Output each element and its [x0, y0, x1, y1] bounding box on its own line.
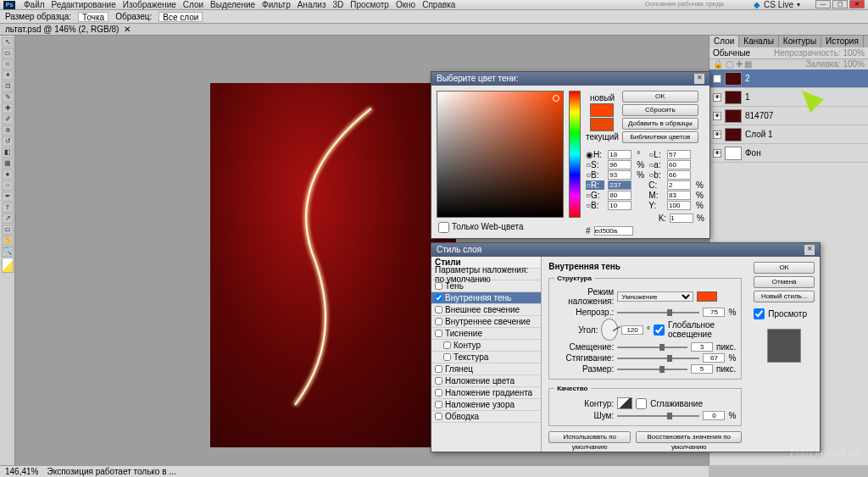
antialias-checkbox[interactable]: [636, 398, 647, 409]
size-slider[interactable]: [617, 369, 687, 370]
maximize-button[interactable]: ▢: [832, 0, 848, 8]
brush-tool[interactable]: ✐: [2, 114, 14, 125]
menu-image[interactable]: Изображение: [123, 0, 176, 9]
bv-radio[interactable]: ○B:: [586, 201, 604, 210]
distance-input[interactable]: [691, 342, 713, 352]
layer-row[interactable]: 👁 Слой 1: [709, 125, 868, 144]
layer-name[interactable]: 814707: [745, 111, 773, 120]
sample-size-field[interactable]: Точка: [78, 12, 108, 22]
make-default-button[interactable]: Использовать по умолчанию: [548, 431, 631, 443]
eraser-tool[interactable]: ◧: [2, 147, 14, 158]
visibility-icon[interactable]: 👁: [713, 149, 721, 158]
new-style-button[interactable]: Новый стиль...: [754, 291, 815, 302]
sample-field[interactable]: Все слои: [159, 12, 203, 22]
menu-file[interactable]: Файл: [24, 0, 45, 9]
document-tab[interactable]: льтат.psd @ 146% (2, RGB/8) ✕: [0, 24, 868, 36]
menu-analysis[interactable]: Анализ: [298, 0, 326, 9]
eyedropper-tool[interactable]: ✎: [2, 92, 14, 103]
menu-window[interactable]: Окно: [396, 0, 415, 9]
lasso-tool[interactable]: ⊂: [2, 59, 14, 69]
tab-paths[interactable]: Контуры: [779, 36, 821, 47]
type-tool[interactable]: T: [2, 202, 14, 213]
layer-row[interactable]: 👁 814707: [709, 107, 868, 125]
menu-edit[interactable]: Редактирование: [52, 0, 116, 9]
contour-picker[interactable]: [617, 397, 632, 409]
blend-options-row[interactable]: Параметры наложения: по умолчанию: [431, 269, 541, 280]
shape-tool[interactable]: ▭: [2, 225, 14, 235]
l-input[interactable]: [667, 150, 691, 159]
h-input[interactable]: [608, 150, 632, 159]
dodge-tool[interactable]: ○: [2, 180, 14, 191]
b-input[interactable]: [608, 170, 632, 180]
effect-innerglow[interactable]: Внутреннее свечение: [431, 316, 541, 328]
marquee-tool[interactable]: ▭: [2, 48, 14, 58]
angle-input[interactable]: [621, 325, 643, 335]
pen-tool[interactable]: ✒: [2, 191, 14, 202]
opacity-slider[interactable]: [617, 312, 699, 313]
close-tab-icon[interactable]: ✕: [124, 25, 131, 34]
opacity-input[interactable]: [703, 308, 725, 317]
s-radio[interactable]: ○S:: [586, 160, 604, 169]
visibility-icon[interactable]: 👁: [713, 93, 721, 102]
preview-checkbox[interactable]: [754, 308, 765, 319]
color-field[interactable]: [437, 91, 564, 218]
visibility-icon[interactable]: 👁: [713, 130, 721, 139]
effect-stroke[interactable]: Обводка: [431, 411, 541, 423]
global-light-checkbox[interactable]: [654, 324, 665, 336]
dialog-titlebar[interactable]: Выберите цвет тени: ✕: [431, 72, 709, 86]
menu-3d[interactable]: 3D: [332, 0, 343, 9]
reset-default-button[interactable]: Восстановить значения по умолчанию: [636, 431, 742, 443]
m-input[interactable]: [667, 191, 691, 200]
crop-tool[interactable]: ⊡: [2, 81, 14, 92]
menu-help[interactable]: Справка: [422, 0, 455, 9]
visibility-icon[interactable]: 👁: [713, 112, 721, 120]
layer-name[interactable]: Фон: [745, 148, 761, 158]
hue-slider[interactable]: [569, 91, 581, 218]
r-radio[interactable]: ○R:: [586, 180, 604, 190]
g-input[interactable]: [608, 191, 632, 200]
dialog-close-icon[interactable]: ✕: [694, 74, 704, 84]
choke-input[interactable]: [703, 353, 725, 363]
blend-mode-select[interactable]: Обычные: [713, 48, 750, 58]
layer-name[interactable]: 1: [745, 92, 750, 102]
g-radio[interactable]: ○G:: [586, 191, 604, 200]
bb-radio[interactable]: ○b:: [648, 170, 664, 180]
b-radio[interactable]: ○B:: [586, 170, 604, 180]
stamp-tool[interactable]: ⊕: [2, 125, 14, 136]
size-input[interactable]: [691, 364, 713, 374]
effect-patternoverlay[interactable]: Наложение узора: [431, 399, 541, 411]
y-input[interactable]: [667, 201, 691, 210]
c-input[interactable]: [667, 180, 691, 190]
workspace-switcher[interactable]: Основная рабочая среда: [644, 0, 724, 8]
add-swatch-button[interactable]: Добавить в образцы: [622, 118, 698, 130]
a-input[interactable]: [667, 160, 691, 169]
ok-button[interactable]: OK: [622, 91, 698, 103]
dialog-close-icon[interactable]: ✕: [804, 245, 815, 255]
minimize-button[interactable]: —: [815, 0, 831, 8]
effect-outerglow[interactable]: Внешнее свечение: [431, 304, 541, 316]
s-input[interactable]: [608, 160, 632, 169]
cancel-button[interactable]: Отмена: [754, 276, 815, 288]
close-button[interactable]: ✕: [849, 0, 865, 8]
k-input[interactable]: [670, 214, 693, 223]
noise-input[interactable]: [703, 411, 725, 420]
distance-slider[interactable]: [617, 347, 687, 348]
libraries-button[interactable]: Библиотеки цветов: [622, 131, 698, 143]
tab-channels[interactable]: Каналы: [739, 36, 779, 47]
layer-name[interactable]: Слой 1: [745, 130, 773, 139]
effect-innershadow[interactable]: Внутренняя тень: [431, 292, 541, 304]
dialog-titlebar[interactable]: Стиль слоя ✕: [431, 243, 820, 257]
layer-row[interactable]: 👁 Фон: [709, 144, 868, 163]
effect-gradientoverlay[interactable]: Наложение градиента: [431, 387, 541, 399]
layer-name[interactable]: 2: [745, 74, 750, 83]
current-color-swatch[interactable]: [590, 118, 614, 131]
color-cursor[interactable]: [553, 95, 559, 102]
wand-tool[interactable]: ✦: [2, 70, 14, 80]
cslive[interactable]: ◆CS Live▾: [754, 0, 800, 9]
menu-filter[interactable]: Фильтр: [262, 0, 291, 9]
choke-slider[interactable]: [617, 358, 699, 359]
bv-input[interactable]: [608, 201, 632, 210]
menu-layer[interactable]: Слои: [183, 0, 203, 9]
noise-slider[interactable]: [617, 415, 699, 417]
zoom-level[interactable]: 146,41%: [5, 467, 38, 476]
